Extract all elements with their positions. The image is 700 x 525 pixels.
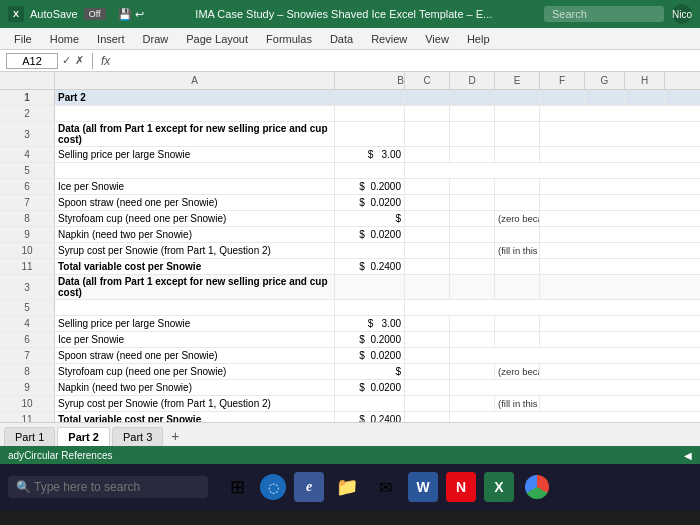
cell-9bc[interactable] <box>405 380 450 395</box>
cell-11c[interactable] <box>405 259 450 274</box>
cell-1f[interactable] <box>540 90 585 105</box>
table-row[interactable]: 2 <box>0 106 700 122</box>
col-header-c[interactable]: C <box>405 72 450 89</box>
excel-taskbar-icon[interactable]: X <box>484 472 514 502</box>
cell-11bc[interactable] <box>405 412 450 422</box>
cell-12c[interactable] <box>405 275 450 299</box>
cell-7d[interactable] <box>450 195 495 210</box>
cell-9d[interactable] <box>450 227 495 242</box>
menu-draw[interactable]: Draw <box>135 31 177 47</box>
title-search-input[interactable] <box>544 6 664 22</box>
cell-4d[interactable] <box>450 147 495 162</box>
cell-7a[interactable]: Spoon straw (need one per Snowie) <box>55 195 335 210</box>
cell-8e[interactable]: (zero because supplied by Kent Oktoberfe… <box>495 211 540 226</box>
cell-3d[interactable] <box>450 122 495 146</box>
cell-5ba[interactable] <box>55 300 335 315</box>
cell-10d[interactable] <box>450 243 495 258</box>
cell-7bc[interactable] <box>405 348 450 363</box>
mail-icon[interactable]: ✉ <box>370 472 400 502</box>
cell-11d[interactable] <box>450 259 495 274</box>
cell-9b[interactable]: $ 0.0200 <box>335 227 405 242</box>
cell-8d[interactable] <box>450 211 495 226</box>
cell-3b[interactable] <box>335 122 405 146</box>
cell-1b[interactable] <box>335 90 405 105</box>
cell-10bd[interactable] <box>450 396 495 411</box>
tab-part1[interactable]: Part 1 <box>4 427 55 446</box>
cell-4be[interactable] <box>495 316 540 331</box>
cell-6be[interactable] <box>495 332 540 347</box>
col-header-b[interactable]: B <box>335 72 405 89</box>
menu-view[interactable]: View <box>417 31 457 47</box>
cell-12e[interactable] <box>495 275 540 299</box>
cell-10bb[interactable] <box>335 396 405 411</box>
table-row[interactable]: 11 Total variable cost per Snowie $ 0.24… <box>0 259 700 275</box>
menu-data[interactable]: Data <box>322 31 361 47</box>
cell-2a[interactable] <box>55 106 335 121</box>
cell-1d[interactable] <box>450 90 495 105</box>
table-row[interactable]: 9 Napkin (need two per Snowie) $ 0.0200 <box>0 380 700 396</box>
menu-file[interactable]: File <box>6 31 40 47</box>
cell-4ba[interactable]: Selling price per large Snowie <box>55 316 335 331</box>
table-row[interactable]: 7 Spoon straw (need one per Snowie) $ 0.… <box>0 348 700 364</box>
table-row[interactable]: 8 Styrofoam cup (need one per Snowie) $ … <box>0 211 700 227</box>
cell-11bb[interactable]: $ 0.2400 <box>335 412 405 422</box>
tab-part2[interactable]: Part 2 <box>57 427 110 446</box>
cell-12b[interactable] <box>335 275 405 299</box>
cell-6c[interactable] <box>405 179 450 194</box>
cell-1a[interactable]: Part 2 <box>55 90 335 105</box>
windows-icon[interactable]: ⊞ <box>222 472 252 502</box>
cell-6a[interactable]: Ice per Snowie <box>55 179 335 194</box>
cell-7b[interactable]: $ 0.0200 <box>335 195 405 210</box>
cell-10c[interactable] <box>405 243 450 258</box>
cell-10a[interactable]: Syrup cost per Snowie (from Part 1, Ques… <box>55 243 335 258</box>
cell-9bb[interactable]: $ 0.0200 <box>335 380 405 395</box>
cell-12a[interactable]: Data (all from Part 1 except for new sel… <box>55 275 335 299</box>
formula-input[interactable] <box>114 55 694 67</box>
taskbar-search-input[interactable] <box>8 476 208 498</box>
cell-6ba[interactable]: Ice per Snowie <box>55 332 335 347</box>
menu-formulas[interactable]: Formulas <box>258 31 320 47</box>
cell-5a[interactable] <box>55 163 335 178</box>
cell-6d[interactable] <box>450 179 495 194</box>
col-header-g[interactable]: G <box>585 72 625 89</box>
menu-insert[interactable]: Insert <box>89 31 133 47</box>
table-row[interactable]: 7 Spoon straw (need one per Snowie) $ 0.… <box>0 195 700 211</box>
cell-4c[interactable] <box>405 147 450 162</box>
cell-1h[interactable] <box>625 90 665 105</box>
cell-10be[interactable]: (fill in this value from your work in Pa… <box>495 396 540 411</box>
cell-10b[interactable] <box>335 243 405 258</box>
cell-12d[interactable] <box>450 275 495 299</box>
table-row[interactable]: 10 Syrup cost per Snowie (from Part 1, Q… <box>0 396 700 412</box>
edge-icon[interactable]: e <box>294 472 324 502</box>
cell-8c[interactable] <box>405 211 450 226</box>
cell-5bb[interactable] <box>335 300 405 315</box>
table-row[interactable]: 4 Selling price per large Snowie $ 3.00 <box>0 316 700 332</box>
cell-4a[interactable]: Selling price per large Snowie <box>55 147 335 162</box>
menu-page-layout[interactable]: Page Layout <box>178 31 256 47</box>
chrome-icon[interactable] <box>522 472 552 502</box>
cell-6b[interactable]: $ 0.2000 <box>335 179 405 194</box>
cell-8bc[interactable] <box>405 364 450 379</box>
cell-8b[interactable]: $ <box>335 211 405 226</box>
cell-8bb[interactable]: $ <box>335 364 405 379</box>
table-row[interactable]: 5 <box>0 163 700 179</box>
table-row[interactable]: 3 Data (all from Part 1 except for new s… <box>0 275 700 300</box>
cell-9a[interactable]: Napkin (need two per Snowie) <box>55 227 335 242</box>
cell-5b[interactable] <box>335 163 405 178</box>
table-row[interactable]: 6 Ice per Snowie $ 0.2000 <box>0 332 700 348</box>
cell-7e[interactable] <box>495 195 540 210</box>
col-header-d[interactable]: D <box>450 72 495 89</box>
col-header-e[interactable]: E <box>495 72 540 89</box>
cell-6bc[interactable] <box>405 332 450 347</box>
menu-help[interactable]: Help <box>459 31 498 47</box>
cell-8a[interactable]: Styrofoam cup (need one per Snowie) <box>55 211 335 226</box>
col-header-f[interactable]: F <box>540 72 585 89</box>
cell-10ba[interactable]: Syrup cost per Snowie (from Part 1, Ques… <box>55 396 335 411</box>
table-row[interactable]: 1 Part 2 <box>0 90 700 106</box>
cell-11ba[interactable]: Total variable cost per Snowie <box>55 412 335 422</box>
table-row[interactable]: 3 Data (all from Part 1 except for new s… <box>0 122 700 147</box>
cell-4bb[interactable]: $ 3.00 <box>335 316 405 331</box>
cell-1e[interactable] <box>495 90 540 105</box>
cell-1g[interactable] <box>585 90 625 105</box>
table-row[interactable]: 11 Total variable cost per Snowie $ 0.24… <box>0 412 700 422</box>
